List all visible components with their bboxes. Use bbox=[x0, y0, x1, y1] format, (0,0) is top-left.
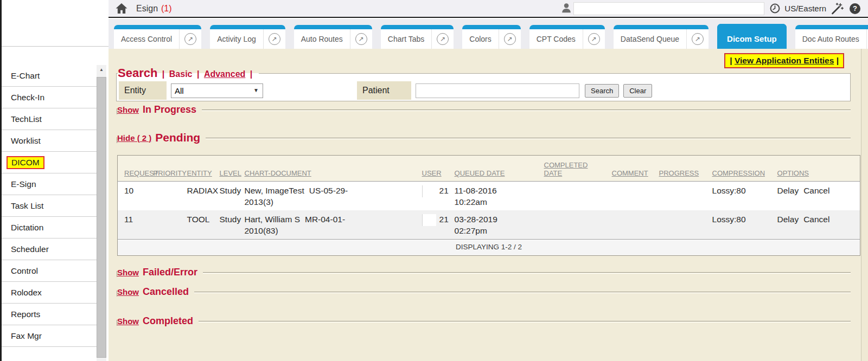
page-title: Esign bbox=[136, 4, 158, 14]
sidebar-item-worklist[interactable]: Worklist bbox=[0, 130, 97, 152]
patient-input[interactable] bbox=[416, 83, 579, 98]
cell-progress bbox=[657, 182, 710, 210]
cell-entity: RADIAX bbox=[185, 182, 218, 210]
sidebar-item-fax-mgr[interactable]: Fax Mgr bbox=[0, 325, 97, 347]
col-request: REQUEST bbox=[118, 156, 151, 182]
search-advanced-link[interactable]: Advanced bbox=[204, 69, 245, 79]
show-completed-link[interactable]: Show bbox=[117, 317, 139, 326]
table-row: 11 TOOL Study Hart, William SMR-04-01-20… bbox=[118, 210, 860, 239]
table-row: 10 RADIAX Study New, ImageTestUS-05-29-2… bbox=[118, 182, 860, 210]
cancel-link[interactable]: Cancel bbox=[803, 186, 829, 195]
sidebar-scrollbar[interactable]: ▲ bbox=[97, 65, 106, 361]
user-icon bbox=[560, 2, 572, 15]
cancelled-heading: Cancelled bbox=[143, 287, 189, 296]
cell-priority bbox=[151, 182, 185, 210]
topbar-search-input[interactable] bbox=[573, 2, 764, 15]
tab-chart-tabs[interactable]: Chart Tabs ↗ bbox=[381, 25, 454, 49]
cell-request: 10 bbox=[118, 182, 151, 210]
col-completed-date: COMPLETED DATE bbox=[542, 156, 610, 182]
search-basic-link[interactable]: Basic bbox=[169, 69, 193, 79]
tab-cpt-codes[interactable]: CPT Codes ↗ bbox=[529, 25, 605, 49]
sidebar-item-dicom[interactable]: DICOM bbox=[0, 152, 97, 173]
section-pending: Hide ( 2 ) Pending bbox=[117, 133, 851, 143]
delay-link[interactable]: Delay bbox=[777, 186, 799, 195]
clear-button[interactable]: Clear bbox=[623, 84, 652, 98]
cell-chart-document: Hart, William SMR-04-01-2010(83) bbox=[242, 210, 367, 239]
show-failed-link[interactable]: Show bbox=[117, 268, 139, 277]
delay-link[interactable]: Delay bbox=[777, 215, 799, 224]
view-entities-label: View Application Entities bbox=[735, 56, 834, 65]
pending-table: REQUEST PRIORITY ENTITY LEVEL CHART-DOCU… bbox=[117, 155, 860, 256]
scroll-up-icon[interactable]: ▲ bbox=[97, 65, 106, 74]
cell-request: 11 bbox=[118, 210, 151, 239]
cell-completed-date bbox=[542, 182, 610, 210]
open-in-new-icon: ↗ bbox=[504, 33, 516, 45]
tab-dicom-setup[interactable]: Dicom Setup bbox=[717, 24, 787, 49]
cell-options: DelayCancel bbox=[775, 210, 860, 239]
search-row: Entity All ▼ Patient Search Clear bbox=[117, 80, 850, 101]
col-compression: COMPRESSION bbox=[710, 156, 775, 182]
tab-colors[interactable]: Colors ↗ bbox=[462, 25, 520, 49]
tab-doc-auto-routes[interactable]: Doc Auto Routes ↗ bbox=[795, 25, 868, 49]
user-box bbox=[422, 214, 436, 226]
cell-completed-date bbox=[542, 210, 610, 239]
cancel-link[interactable]: Cancel bbox=[803, 215, 829, 224]
cell-progress bbox=[657, 210, 710, 239]
open-in-new-icon: ↗ bbox=[437, 33, 449, 45]
cell-compression: Lossy:80 bbox=[710, 182, 775, 210]
tab-auto-routes[interactable]: Auto Routes ↗ bbox=[294, 25, 372, 49]
help-icon[interactable]: ? bbox=[850, 3, 860, 14]
home-icon[interactable] bbox=[115, 3, 128, 14]
completed-heading: Completed bbox=[143, 316, 193, 326]
scrollbar-thumb[interactable] bbox=[97, 77, 106, 358]
table-footer-row: DISPLAYING 1-2 / 2 bbox=[118, 239, 860, 255]
settings-tabbar: Access Control ↗ Activity Log ↗ Auto Rou… bbox=[108, 19, 868, 49]
show-in-progress-link[interactable]: Show bbox=[117, 105, 139, 114]
sidebar-item-control[interactable]: Control bbox=[0, 260, 97, 282]
sidebar-item-e-sign[interactable]: E-Sign bbox=[0, 173, 97, 195]
cell-options: DelayCancel bbox=[775, 182, 860, 210]
user-box bbox=[422, 185, 436, 197]
sidebar-item-e-chart[interactable]: E-Chart bbox=[0, 65, 97, 87]
tab-activity-log[interactable]: Activity Log ↗ bbox=[210, 25, 285, 49]
sidebar-item-reports[interactable]: Reports bbox=[0, 304, 97, 325]
search-title: Search bbox=[118, 66, 157, 80]
open-in-new-icon: ↗ bbox=[184, 33, 196, 45]
section-in-progress: Show In Progress bbox=[117, 105, 851, 114]
section-completed: Show Completed bbox=[117, 317, 851, 326]
col-user: USER bbox=[420, 156, 452, 182]
magic-wand-icon[interactable] bbox=[831, 2, 844, 15]
sidebar-item-check-in[interactable]: Check-In bbox=[0, 87, 97, 108]
show-cancelled-link[interactable]: Show bbox=[117, 287, 139, 296]
open-in-new-icon: ↗ bbox=[269, 33, 280, 45]
cell-user: 21 bbox=[420, 182, 452, 210]
col-queued-date: QUEUED DATE bbox=[452, 156, 542, 182]
entity-label: Entity bbox=[119, 81, 167, 100]
pending-heading: Pending bbox=[155, 132, 200, 143]
section-failed-error: Show Failed/Error bbox=[117, 268, 851, 277]
sidebar-item-rolodex[interactable]: Rolodex bbox=[0, 282, 97, 304]
open-in-new-icon: ↗ bbox=[588, 33, 600, 45]
cell-user: 21 bbox=[420, 210, 452, 239]
tab-access-control[interactable]: Access Control ↗ bbox=[114, 25, 201, 49]
pending-header-row: REQUEST PRIORITY ENTITY LEVEL CHART-DOCU… bbox=[118, 156, 860, 182]
col-options: OPTIONS bbox=[775, 156, 860, 182]
open-in-new-icon: ↗ bbox=[692, 33, 704, 45]
col-priority: PRIORITY bbox=[151, 156, 185, 182]
sidebar-item-scheduler[interactable]: Scheduler bbox=[0, 238, 97, 260]
sidebar-item-task-list[interactable]: Task List bbox=[0, 195, 97, 217]
cell-chart-document: New, ImageTestUS-05-29-2013(3) bbox=[242, 182, 367, 210]
sidebar-item-techlist[interactable]: TechList bbox=[0, 108, 97, 130]
hide-pending-link[interactable]: Hide ( 2 ) bbox=[117, 133, 151, 143]
main-scrollbar-track[interactable] bbox=[861, 49, 868, 361]
patient-label: Patient bbox=[357, 81, 411, 100]
sidebar-item-dictation[interactable]: Dictation bbox=[0, 217, 97, 238]
cell-comment bbox=[610, 182, 657, 210]
cell-queued-date: 03-28-2019 02:27pm bbox=[452, 210, 512, 239]
tab-datasend-queue[interactable]: DataSend Queue ↗ bbox=[614, 25, 709, 49]
timezone-label: US/Eastern bbox=[784, 4, 826, 13]
entity-select[interactable]: All bbox=[171, 83, 263, 98]
section-cancelled: Show Cancelled bbox=[117, 287, 851, 296]
cell-compression: Lossy:80 bbox=[710, 210, 775, 239]
search-button[interactable]: Search bbox=[585, 84, 619, 98]
